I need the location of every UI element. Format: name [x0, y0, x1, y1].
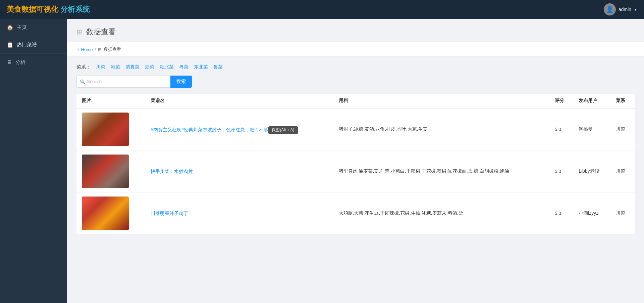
- analysis-icon: 🖥: [7, 59, 12, 66]
- app-title: 美食数据可视化 分析系统: [7, 4, 90, 14]
- table-row: 快手川菜：水煮肉片猪里脊肉,油麦菜,姜片,蒜,小葱白,干辣椒,干花椒,辣椒面,花…: [76, 150, 635, 192]
- sidebar-item-label: 主页: [17, 24, 27, 31]
- col-name: 菜谱名: [145, 94, 333, 108]
- dish-name-link[interactable]: #肉食主义狂欢#经典川菜东坡肘子，色泽红亮，肥而不腻: [151, 127, 269, 132]
- breadcrumb-separator: /: [95, 47, 96, 52]
- dish-image: [82, 155, 129, 188]
- breadcrumb-icon: ⊞: [98, 47, 102, 52]
- sidebar-item-label: 热门菜谱: [17, 42, 37, 48]
- breadcrumb-home-link[interactable]: Home: [81, 47, 93, 52]
- search-bar: 🔍 搜索: [76, 76, 635, 88]
- sidebar-item-recipes[interactable]: 📋 热门菜谱: [0, 36, 67, 54]
- category-tag-3[interactable]: 浙菜: [144, 63, 156, 71]
- dish-name-link[interactable]: 快手川菜：水煮肉片: [151, 169, 193, 174]
- app-header: 美食数据可视化 分析系统 👤 admin ▼: [0, 0, 644, 19]
- chevron-down-icon: ▼: [634, 8, 637, 11]
- breadcrumb-current: 数据查看: [104, 46, 121, 52]
- sidebar-item-label: 分析: [15, 59, 25, 66]
- title-part2: 分析系统: [60, 5, 90, 13]
- cell-name: 川菜明星辣子鸡丁: [145, 192, 333, 234]
- dish-image: [82, 197, 129, 230]
- cell-ingredients: 大鸡腿,大葱,花生豆,干红辣椒,花椒,生抽,冰糖,姜蒜末,料酒,盐: [333, 192, 549, 234]
- cell-image: [76, 108, 145, 150]
- page-header-icon: ⊞: [76, 28, 82, 36]
- category-tag-2[interactable]: 清真菜: [124, 63, 141, 71]
- cell-cuisine: 川菜: [610, 150, 635, 192]
- col-cuisine: 菜系: [610, 94, 635, 108]
- col-user: 发布用户: [573, 94, 610, 108]
- cell-cuisine: 川菜: [610, 108, 635, 150]
- cell-rating: 5.0: [549, 192, 573, 234]
- category-tag-4[interactable]: 湖北菜: [158, 63, 175, 71]
- dish-image: [82, 113, 129, 146]
- category-tag-5[interactable]: 粤菜: [178, 63, 190, 71]
- search-input[interactable]: [76, 76, 170, 88]
- sidebar: 🏠 主页 📋 热门菜谱 🖥 分析: [0, 19, 67, 303]
- cell-rating: 5.0: [549, 150, 573, 192]
- col-image: 图片: [76, 94, 145, 108]
- cell-user: 淘桃曼: [573, 108, 610, 150]
- category-tag-1[interactable]: 湘菜: [109, 63, 121, 71]
- data-table: 图片 菜谱名 用料 评分 发布用户 菜系 #肉食主义狂欢#经典川菜东坡肘子，色泽…: [76, 94, 635, 234]
- sidebar-item-home[interactable]: 🏠 主页: [0, 19, 67, 36]
- cell-image: [76, 150, 145, 192]
- home-icon-small: ⌂: [76, 47, 79, 52]
- breadcrumb: ⌂ Home / ⊞ 数据查看: [67, 42, 644, 57]
- cell-name: #肉食主义狂欢#经典川菜东坡肘子，色泽红亮，肥而不腻截图(Alt + A): [145, 108, 333, 150]
- sidebar-item-analysis[interactable]: 🖥 分析: [0, 54, 67, 71]
- search-input-wrap: 🔍: [76, 76, 170, 88]
- title-part1: 美食数据可视化: [7, 5, 58, 13]
- cell-cuisine: 川菜: [610, 192, 635, 234]
- cell-name: 快手川菜：水煮肉片: [145, 150, 333, 192]
- search-icon: 🔍: [80, 79, 85, 84]
- main-content: ⊞ 数据查看 ⌂ Home / ⊞ 数据查看 菜系： 川菜 湘菜 清真菜 浙菜 …: [67, 19, 644, 303]
- category-tag-6[interactable]: 东北菜: [193, 63, 209, 71]
- cell-rating: 5.0: [549, 108, 573, 150]
- category-filter: 菜系： 川菜 湘菜 清真菜 浙菜 湖北菜 粤菜 东北菜 鲁菜: [76, 63, 635, 71]
- table-row: #肉食主义狂欢#经典川菜东坡肘子，色泽红亮，肥而不腻截图(Alt + A)猪肘子…: [76, 108, 635, 150]
- content-area: 菜系： 川菜 湘菜 清真菜 浙菜 湖北菜 粤菜 东北菜 鲁菜 🔍 搜索: [67, 57, 644, 241]
- table-header-row: 图片 菜谱名 用料 评分 发布用户 菜系: [76, 94, 635, 108]
- avatar: 👤: [604, 3, 616, 15]
- page-title: 数据查看: [86, 27, 116, 37]
- table-row: 川菜明星辣子鸡丁大鸡腿,大葱,花生豆,干红辣椒,花椒,生抽,冰糖,姜蒜末,料酒,…: [76, 192, 635, 234]
- page-header: ⊞ 数据查看: [67, 19, 644, 42]
- tooltip-box: 截图(Alt + A): [268, 126, 298, 134]
- user-info[interactable]: 👤 admin ▼: [604, 3, 637, 15]
- category-tag-7[interactable]: 鲁菜: [212, 63, 224, 71]
- cell-user: Libby老段: [573, 150, 610, 192]
- cell-user: 小滴lzyyz: [573, 192, 610, 234]
- recipes-icon: 📋: [7, 42, 13, 48]
- home-icon: 🏠: [7, 24, 13, 31]
- cell-image: [76, 192, 145, 234]
- category-tag-0[interactable]: 川菜: [95, 63, 107, 71]
- col-rating: 评分: [549, 94, 573, 108]
- cell-ingredients: 猪里脊肉,油麦菜,姜片,蒜,小葱白,干辣椒,干花椒,辣椒面,花椒面,盐,糖,白胡…: [333, 150, 549, 192]
- user-name: admin: [619, 7, 631, 12]
- cell-ingredients: 猪肘子,冰糖,黄酒,八角,桂皮,香叶,大葱,生姜: [333, 108, 549, 150]
- dish-name-link[interactable]: 川菜明星辣子鸡丁: [151, 211, 188, 216]
- category-label: 菜系：: [76, 64, 91, 70]
- search-button[interactable]: 搜索: [170, 76, 192, 88]
- col-ingredients: 用料: [333, 94, 549, 108]
